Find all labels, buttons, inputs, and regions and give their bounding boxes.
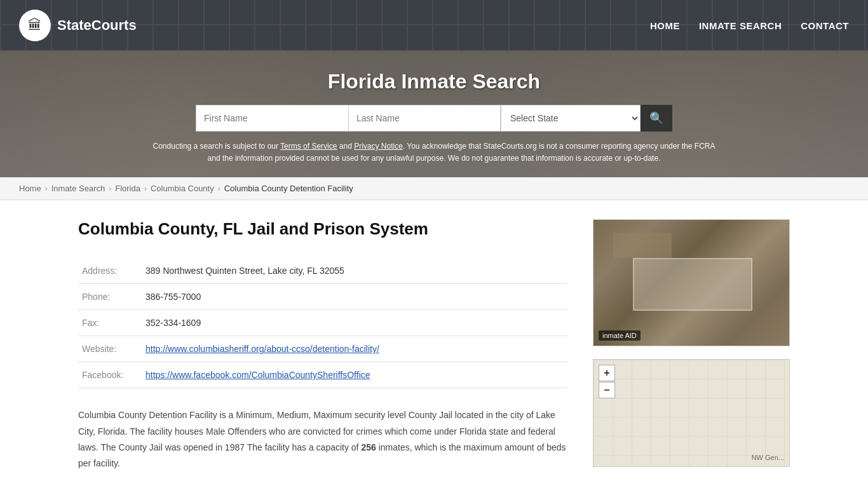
breadcrumb-sep-4: › <box>218 184 220 193</box>
phone-label: Phone: <box>78 284 142 310</box>
logo-area: 🏛 StateCourts <box>19 10 137 41</box>
breadcrumb: Home › Inmate Search › Florida › Columbi… <box>0 177 868 200</box>
nav-home[interactable]: HOME <box>650 20 680 31</box>
content-left: Columbia County, FL Jail and Prison Syst… <box>78 219 567 471</box>
facebook-link[interactable]: https://www.facebook.com/ColumbiaCountyS… <box>146 370 370 380</box>
map-inner: + − NW Gen... <box>593 360 789 466</box>
main-nav: HOME INMATE SEARCH CONTACT <box>650 20 849 31</box>
map-container: + − NW Gen... <box>593 359 790 467</box>
nav-contact[interactable]: CONTACT <box>801 20 849 31</box>
content-right: inmate AID + − NW Gen... <box>593 219 790 471</box>
image-watermark: inmate AID <box>599 330 641 341</box>
map-zoom-out-button[interactable]: − <box>599 382 615 398</box>
website-value: http://www.columbiasheriff.org/about-ccs… <box>142 336 567 362</box>
facebook-label: Facebook: <box>78 362 142 388</box>
state-select[interactable]: Select State <box>501 105 641 132</box>
privacy-link[interactable]: Privacy Notice <box>354 142 403 151</box>
search-bar: Select State 🔍 <box>13 105 855 132</box>
breadcrumb-state[interactable]: Florida <box>115 184 140 193</box>
search-button[interactable]: 🔍 <box>641 105 672 132</box>
breadcrumb-sep-2: › <box>109 184 111 193</box>
fax-value: 352-334-1609 <box>142 310 567 336</box>
logo-text: StateCourts <box>57 17 137 34</box>
search-icon: 🔍 <box>649 111 663 125</box>
main-content: Columbia County, FL Jail and Prison Syst… <box>53 200 815 488</box>
facility-description: Columbia County Detention Facility is a … <box>78 407 567 471</box>
logo-icon: 🏛 <box>19 10 51 41</box>
first-name-input[interactable] <box>196 105 348 132</box>
facebook-row: Facebook: https://www.facebook.com/Colum… <box>78 362 567 388</box>
address-label: Address: <box>78 258 142 284</box>
disclaimer-text: Conducting a search is subject to our Te… <box>148 140 720 165</box>
facebook-value: https://www.facebook.com/ColumbiaCountyS… <box>142 362 567 388</box>
info-table: Address: 389 Northwest Quinten Street, L… <box>78 258 567 388</box>
breadcrumb-inmate-search[interactable]: Inmate Search <box>51 184 105 193</box>
website-link[interactable]: http://www.columbiasheriff.org/about-ccs… <box>146 344 379 354</box>
phone-value: 386-755-7000 <box>142 284 567 310</box>
facility-image: inmate AID <box>593 219 790 346</box>
hero-title: Florida Inmate Search <box>13 70 855 93</box>
breadcrumb-county[interactable]: Columbia County <box>151 184 214 193</box>
address-row: Address: 389 Northwest Quinten Street, L… <box>78 258 567 284</box>
address-value: 389 Northwest Quinten Street, Lake city,… <box>142 258 567 284</box>
breadcrumb-sep-1: › <box>45 184 48 193</box>
capacity-number: 256 <box>361 442 376 452</box>
map-zoom-in-button[interactable]: + <box>599 365 615 381</box>
breadcrumb-home[interactable]: Home <box>19 184 41 193</box>
breadcrumb-current: Columbia County Detention Facility <box>224 184 353 193</box>
nav-inmate-search[interactable]: INMATE SEARCH <box>699 20 782 31</box>
map-label: NW Gen... <box>752 454 784 461</box>
page-heading: Columbia County, FL Jail and Prison Syst… <box>78 219 567 239</box>
fax-row: Fax: 352-334-1609 <box>78 310 567 336</box>
breadcrumb-sep-3: › <box>144 184 147 193</box>
facility-image-inner <box>593 220 789 346</box>
phone-row: Phone: 386-755-7000 <box>78 284 567 310</box>
website-row: Website: http://www.columbiasheriff.org/… <box>78 336 567 362</box>
hero-section: Florida Inmate Search Select State 🔍 Con… <box>0 51 868 177</box>
fax-label: Fax: <box>78 310 142 336</box>
site-header: 🏛 StateCourts HOME INMATE SEARCH CONTACT <box>0 0 868 51</box>
website-label: Website: <box>78 336 142 362</box>
terms-link[interactable]: Terms of Service <box>280 142 337 151</box>
last-name-input[interactable] <box>348 105 501 132</box>
map-controls: + − <box>599 365 615 398</box>
